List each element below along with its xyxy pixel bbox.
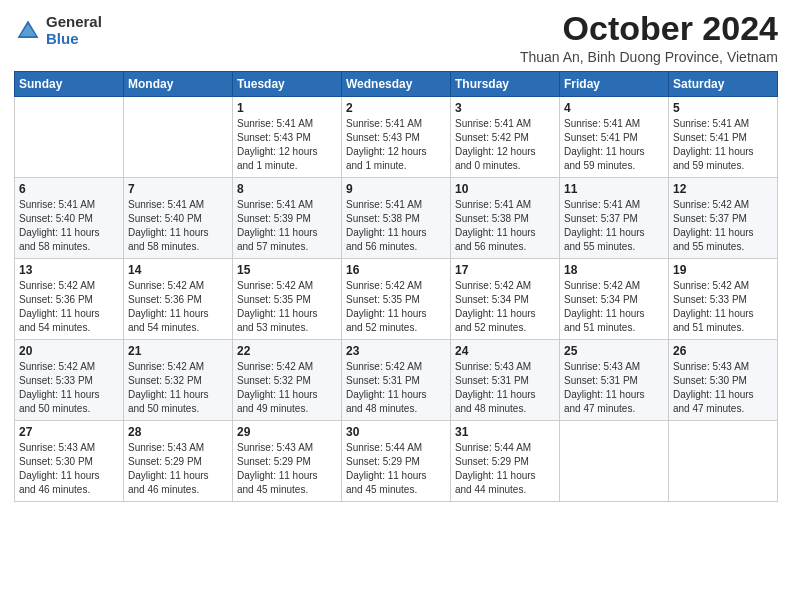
- weekday-header: Sunday: [15, 72, 124, 97]
- calendar-cell: 24Sunrise: 5:43 AMSunset: 5:31 PMDayligh…: [451, 340, 560, 421]
- day-number: 18: [564, 263, 664, 277]
- calendar-cell: 20Sunrise: 5:42 AMSunset: 5:33 PMDayligh…: [15, 340, 124, 421]
- calendar-cell: 6Sunrise: 5:41 AMSunset: 5:40 PMDaylight…: [15, 178, 124, 259]
- day-info: Sunrise: 5:43 AMSunset: 5:31 PMDaylight:…: [455, 361, 536, 414]
- day-number: 4: [564, 101, 664, 115]
- calendar-cell: 15Sunrise: 5:42 AMSunset: 5:35 PMDayligh…: [233, 259, 342, 340]
- day-info: Sunrise: 5:43 AMSunset: 5:31 PMDaylight:…: [564, 361, 645, 414]
- calendar-cell: 18Sunrise: 5:42 AMSunset: 5:34 PMDayligh…: [560, 259, 669, 340]
- day-info: Sunrise: 5:42 AMSunset: 5:35 PMDaylight:…: [237, 280, 318, 333]
- day-number: 23: [346, 344, 446, 358]
- calendar-body: 1Sunrise: 5:41 AMSunset: 5:43 PMDaylight…: [15, 97, 778, 502]
- day-number: 14: [128, 263, 228, 277]
- weekday-header: Tuesday: [233, 72, 342, 97]
- logo: General Blue: [14, 14, 102, 47]
- calendar-cell: 2Sunrise: 5:41 AMSunset: 5:43 PMDaylight…: [342, 97, 451, 178]
- calendar-cell: 25Sunrise: 5:43 AMSunset: 5:31 PMDayligh…: [560, 340, 669, 421]
- calendar-cell: 31Sunrise: 5:44 AMSunset: 5:29 PMDayligh…: [451, 421, 560, 502]
- day-info: Sunrise: 5:41 AMSunset: 5:39 PMDaylight:…: [237, 199, 318, 252]
- calendar-cell: [15, 97, 124, 178]
- day-info: Sunrise: 5:42 AMSunset: 5:34 PMDaylight:…: [455, 280, 536, 333]
- logo-icon: [14, 17, 42, 45]
- calendar-cell: 26Sunrise: 5:43 AMSunset: 5:30 PMDayligh…: [669, 340, 778, 421]
- day-info: Sunrise: 5:42 AMSunset: 5:34 PMDaylight:…: [564, 280, 645, 333]
- day-number: 22: [237, 344, 337, 358]
- calendar-cell: 16Sunrise: 5:42 AMSunset: 5:35 PMDayligh…: [342, 259, 451, 340]
- day-info: Sunrise: 5:41 AMSunset: 5:43 PMDaylight:…: [237, 118, 318, 171]
- calendar-cell: 1Sunrise: 5:41 AMSunset: 5:43 PMDaylight…: [233, 97, 342, 178]
- day-number: 10: [455, 182, 555, 196]
- day-info: Sunrise: 5:42 AMSunset: 5:36 PMDaylight:…: [128, 280, 209, 333]
- calendar-cell: [560, 421, 669, 502]
- calendar-table: SundayMondayTuesdayWednesdayThursdayFrid…: [14, 71, 778, 502]
- calendar-week-row: 6Sunrise: 5:41 AMSunset: 5:40 PMDaylight…: [15, 178, 778, 259]
- calendar-cell: 29Sunrise: 5:43 AMSunset: 5:29 PMDayligh…: [233, 421, 342, 502]
- calendar-cell: [669, 421, 778, 502]
- logo-general: General: [46, 14, 102, 31]
- calendar-cell: 5Sunrise: 5:41 AMSunset: 5:41 PMDaylight…: [669, 97, 778, 178]
- day-info: Sunrise: 5:41 AMSunset: 5:42 PMDaylight:…: [455, 118, 536, 171]
- day-info: Sunrise: 5:42 AMSunset: 5:36 PMDaylight:…: [19, 280, 100, 333]
- logo-blue: Blue: [46, 31, 102, 48]
- day-info: Sunrise: 5:41 AMSunset: 5:41 PMDaylight:…: [564, 118, 645, 171]
- weekday-header: Saturday: [669, 72, 778, 97]
- calendar-cell: 17Sunrise: 5:42 AMSunset: 5:34 PMDayligh…: [451, 259, 560, 340]
- day-number: 6: [19, 182, 119, 196]
- day-number: 1: [237, 101, 337, 115]
- day-info: Sunrise: 5:43 AMSunset: 5:29 PMDaylight:…: [128, 442, 209, 495]
- day-number: 3: [455, 101, 555, 115]
- calendar-header-row: SundayMondayTuesdayWednesdayThursdayFrid…: [15, 72, 778, 97]
- day-number: 5: [673, 101, 773, 115]
- calendar-cell: 11Sunrise: 5:41 AMSunset: 5:37 PMDayligh…: [560, 178, 669, 259]
- day-number: 9: [346, 182, 446, 196]
- calendar-week-row: 20Sunrise: 5:42 AMSunset: 5:33 PMDayligh…: [15, 340, 778, 421]
- day-number: 12: [673, 182, 773, 196]
- calendar-cell: 19Sunrise: 5:42 AMSunset: 5:33 PMDayligh…: [669, 259, 778, 340]
- day-number: 26: [673, 344, 773, 358]
- weekday-header: Thursday: [451, 72, 560, 97]
- day-number: 20: [19, 344, 119, 358]
- day-info: Sunrise: 5:41 AMSunset: 5:40 PMDaylight:…: [128, 199, 209, 252]
- calendar-cell: 23Sunrise: 5:42 AMSunset: 5:31 PMDayligh…: [342, 340, 451, 421]
- day-number: 31: [455, 425, 555, 439]
- day-number: 16: [346, 263, 446, 277]
- day-info: Sunrise: 5:42 AMSunset: 5:37 PMDaylight:…: [673, 199, 754, 252]
- calendar-cell: 12Sunrise: 5:42 AMSunset: 5:37 PMDayligh…: [669, 178, 778, 259]
- day-info: Sunrise: 5:43 AMSunset: 5:30 PMDaylight:…: [673, 361, 754, 414]
- calendar-cell: 21Sunrise: 5:42 AMSunset: 5:32 PMDayligh…: [124, 340, 233, 421]
- day-number: 13: [19, 263, 119, 277]
- calendar-cell: 3Sunrise: 5:41 AMSunset: 5:42 PMDaylight…: [451, 97, 560, 178]
- weekday-header: Wednesday: [342, 72, 451, 97]
- calendar-cell: 13Sunrise: 5:42 AMSunset: 5:36 PMDayligh…: [15, 259, 124, 340]
- day-info: Sunrise: 5:41 AMSunset: 5:38 PMDaylight:…: [455, 199, 536, 252]
- subtitle: Thuan An, Binh Duong Province, Vietnam: [520, 49, 778, 65]
- calendar-week-row: 27Sunrise: 5:43 AMSunset: 5:30 PMDayligh…: [15, 421, 778, 502]
- month-title: October 2024: [520, 10, 778, 47]
- weekday-header: Monday: [124, 72, 233, 97]
- calendar-week-row: 13Sunrise: 5:42 AMSunset: 5:36 PMDayligh…: [15, 259, 778, 340]
- day-number: 11: [564, 182, 664, 196]
- day-info: Sunrise: 5:43 AMSunset: 5:29 PMDaylight:…: [237, 442, 318, 495]
- day-info: Sunrise: 5:44 AMSunset: 5:29 PMDaylight:…: [346, 442, 427, 495]
- calendar-cell: 9Sunrise: 5:41 AMSunset: 5:38 PMDaylight…: [342, 178, 451, 259]
- day-number: 24: [455, 344, 555, 358]
- calendar-week-row: 1Sunrise: 5:41 AMSunset: 5:43 PMDaylight…: [15, 97, 778, 178]
- calendar-cell: 8Sunrise: 5:41 AMSunset: 5:39 PMDaylight…: [233, 178, 342, 259]
- day-number: 27: [19, 425, 119, 439]
- calendar-cell: 10Sunrise: 5:41 AMSunset: 5:38 PMDayligh…: [451, 178, 560, 259]
- day-info: Sunrise: 5:42 AMSunset: 5:31 PMDaylight:…: [346, 361, 427, 414]
- day-number: 25: [564, 344, 664, 358]
- day-info: Sunrise: 5:42 AMSunset: 5:33 PMDaylight:…: [19, 361, 100, 414]
- calendar-cell: 28Sunrise: 5:43 AMSunset: 5:29 PMDayligh…: [124, 421, 233, 502]
- day-number: 2: [346, 101, 446, 115]
- day-number: 19: [673, 263, 773, 277]
- weekday-header: Friday: [560, 72, 669, 97]
- calendar-cell: 30Sunrise: 5:44 AMSunset: 5:29 PMDayligh…: [342, 421, 451, 502]
- day-number: 21: [128, 344, 228, 358]
- day-info: Sunrise: 5:42 AMSunset: 5:33 PMDaylight:…: [673, 280, 754, 333]
- day-info: Sunrise: 5:42 AMSunset: 5:35 PMDaylight:…: [346, 280, 427, 333]
- title-block: October 2024 Thuan An, Binh Duong Provin…: [520, 10, 778, 65]
- day-info: Sunrise: 5:44 AMSunset: 5:29 PMDaylight:…: [455, 442, 536, 495]
- day-number: 29: [237, 425, 337, 439]
- day-number: 8: [237, 182, 337, 196]
